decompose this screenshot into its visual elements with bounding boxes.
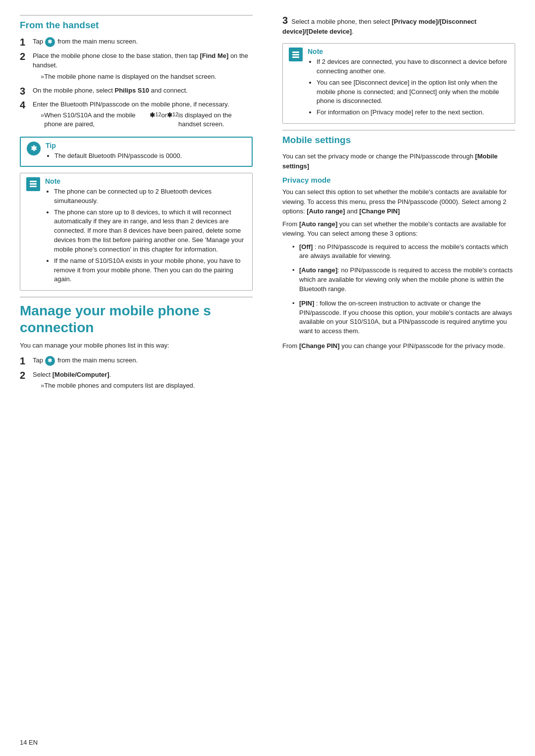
tip-content: Tip The default Bluetooth PIN/passcode i… (46, 142, 182, 162)
step-1: 1 Tap ✱ from the main menu screen. (20, 37, 253, 48)
bluetooth-icon-2: ✱ (45, 356, 55, 366)
step-4-sub-1: When S10/S10A and the mobile phone are p… (41, 111, 253, 129)
tip-icon: ✱ (27, 142, 41, 155)
note-label-1: Note (45, 177, 246, 185)
step-num-3-handset: 3 (20, 86, 33, 97)
step-1-content: Tap ✱ from the main menu screen. (33, 37, 253, 48)
manage-step-1-content: Tap ✱ from the main menu screen. (33, 355, 253, 367)
auto-range-intro: From [Auto range] you can set whether th… (282, 219, 515, 239)
manage-step-2: 2 Select [Mobile/Computer]. The mobile p… (20, 370, 253, 392)
step-3-handset-content: On the mobile phone, select Philips S10 … (33, 86, 253, 97)
page-number: 14 EN (20, 739, 38, 746)
right-step-3: 3 Select a mobile phone, then select [Pr… (282, 15, 515, 36)
manage-step-num-1: 1 (20, 355, 33, 366)
tip-label: Tip (46, 142, 182, 150)
manage-intro: You can manage your mobile phones list i… (20, 341, 253, 351)
step-num-2: 2 (20, 51, 33, 62)
step-4: 4 Enter the Bluetooth PIN/passcode on th… (20, 100, 253, 131)
note-box-1: Note The phone can be connected up to 2 … (20, 173, 253, 291)
note-2-item-3: For information on [Privacy mode] refer … (317, 108, 509, 117)
note-content-2: Note If 2 devices are connected, you hav… (308, 48, 509, 119)
privacy-options-list: [Off] : no PIN/passcode is required to a… (282, 243, 515, 337)
step-2-sub-1: The mobile phone name is displayed on th… (41, 72, 253, 81)
step-3-handset: 3 On the mobile phone, select Philips S1… (20, 86, 253, 97)
right-column: 3 Select a mobile phone, then select [Pr… (277, 15, 515, 398)
note-icon-1 (26, 177, 40, 191)
manage-steps: 1 Tap ✱ from the main menu screen. 2 Sel… (20, 355, 253, 392)
tip-item-1: The default Bluetooth PIN/passcode is 00… (54, 151, 182, 160)
left-column: From the handset 1 Tap ✱ from the main m… (20, 15, 258, 398)
tip-box: ✱ Tip The default Bluetooth PIN/passcode… (20, 137, 253, 167)
privacy-mode-title: Privacy mode (282, 176, 515, 184)
step-num-1: 1 (20, 37, 33, 48)
step-num-4: 4 (20, 100, 33, 110)
privacy-option-off: [Off] : no PIN/passcode is required to a… (292, 243, 515, 261)
note-2-item-2: You can see [Disconnect device] in the o… (317, 78, 509, 106)
privacy-option-auto-range: [Auto range]: no PIN/passcode is require… (292, 266, 515, 294)
mobile-settings-title: Mobile settings (282, 130, 515, 146)
step-4-content: Enter the Bluetooth PIN/passcode on the … (33, 100, 253, 131)
manage-connection-title: Manage your mobile phone s connection (20, 297, 253, 336)
note-icon-2 (289, 48, 303, 61)
note-2-item-1: If 2 devices are connected, you have to … (317, 57, 509, 76)
note-1-item-1: The phone can be connected up to 2 Bluet… (54, 187, 246, 206)
privacy-mode-intro: You can select this option to set whethe… (282, 187, 515, 216)
note-box-2: Note If 2 devices are connected, you hav… (282, 43, 515, 124)
right-step-num-3: 3 (282, 15, 288, 26)
mobile-settings-intro: You can set the privacy mode or change t… (282, 151, 515, 171)
manage-step-2-sub-1: The mobile phones and computers list are… (41, 381, 253, 390)
note-1-item-3: If the name of S10/S10A exists in your m… (54, 256, 246, 285)
bluetooth-icon-1: ✱ (45, 37, 55, 47)
note-label-2: Note (308, 48, 509, 55)
note-content-1: Note The phone can be connected up to 2 … (45, 177, 246, 286)
manage-step-1: 1 Tap ✱ from the main menu screen. (20, 355, 253, 367)
manage-step-2-content: Select [Mobile/Computer]. The mobile pho… (33, 370, 253, 392)
step-2: 2 Place the mobile phone close to the ba… (20, 51, 253, 83)
from-handset-title: From the handset (20, 15, 253, 31)
manage-step-num-2: 2 (20, 370, 33, 381)
change-pin-text: From [Change PIN] you can change your PI… (282, 341, 515, 351)
privacy-option-pin: [PIN] : follow the on-screen instruction… (292, 299, 515, 336)
note-1-item-2: The phone can store up to 8 devices, to … (54, 208, 246, 254)
handset-steps: 1 Tap ✱ from the main menu screen. 2 Pla… (20, 37, 253, 131)
step-2-content: Place the mobile phone close to the base… (33, 51, 253, 83)
